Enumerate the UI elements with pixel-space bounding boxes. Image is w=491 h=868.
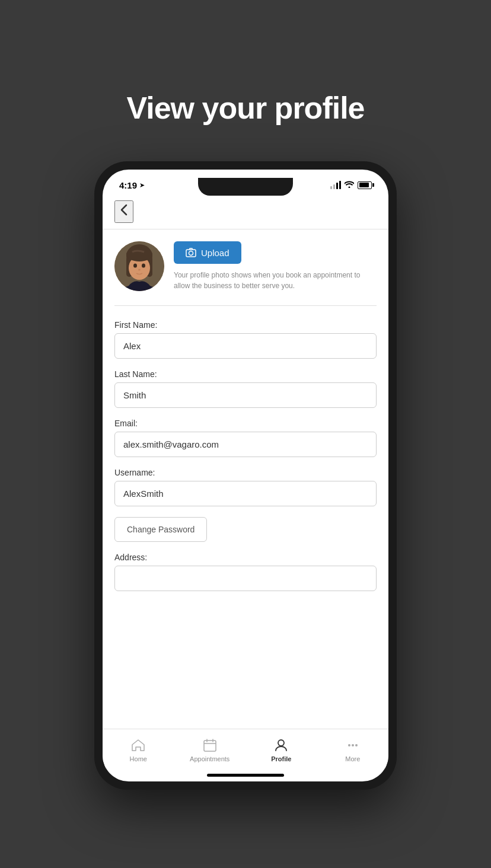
last-name-group: Last Name: [114, 369, 377, 408]
home-indicator [103, 768, 388, 781]
photo-section: Upload Your profile photo shows when you… [114, 241, 377, 306]
svg-point-8 [126, 247, 152, 261]
bottom-nav: Home Appointments [103, 729, 388, 768]
username-label: Username: [114, 468, 377, 477]
address-label: Address: [114, 553, 377, 562]
photo-right: Upload Your profile photo shows when you… [174, 241, 377, 291]
signal-icon [330, 181, 341, 189]
svg-point-12 [278, 740, 284, 746]
email-label: Email: [114, 419, 377, 428]
home-icon [130, 738, 146, 753]
calendar-icon [202, 738, 218, 753]
notch [198, 178, 293, 196]
location-arrow-icon: ➤ [139, 181, 145, 189]
nav-label-appointments: Appointments [190, 755, 229, 762]
nav-label-more: More [345, 755, 360, 762]
screen-content: Upload Your profile photo shows when you… [103, 196, 388, 781]
svg-rect-11 [204, 741, 216, 751]
more-icon [345, 738, 361, 753]
change-password-button[interactable]: Change Password [114, 517, 207, 542]
username-group: Username: [114, 468, 377, 506]
upload-button[interactable]: Upload [174, 241, 241, 264]
nav-item-more[interactable]: More [317, 735, 389, 765]
username-input[interactable] [114, 481, 377, 506]
back-button[interactable] [114, 200, 133, 223]
page-wrapper: View your profile 4:19 ➤ [0, 55, 491, 813]
wifi-icon [345, 180, 354, 190]
email-input[interactable] [114, 432, 377, 457]
photo-description: Your profile photo shows when you book a… [174, 270, 377, 291]
avatar [114, 241, 164, 291]
last-name-input[interactable] [114, 382, 377, 408]
address-group: Address: [114, 553, 377, 591]
first-name-group: First Name: [114, 320, 377, 359]
profile-icon [273, 738, 289, 753]
camera-icon [186, 247, 196, 258]
status-time: 4:19 [119, 180, 137, 190]
page-title: View your profile [126, 90, 364, 126]
nav-label-home: Home [130, 755, 147, 762]
first-name-label: First Name: [114, 320, 377, 330]
svg-point-14 [352, 744, 354, 746]
svg-point-5 [133, 264, 137, 268]
svg-point-7 [138, 269, 141, 271]
nav-item-profile[interactable]: Profile [246, 735, 317, 765]
battery-icon [358, 181, 372, 189]
nav-item-home[interactable]: Home [103, 735, 174, 765]
last-name-label: Last Name: [114, 369, 377, 379]
first-name-input[interactable] [114, 333, 377, 359]
top-bar [103, 196, 388, 229]
nav-item-appointments[interactable]: Appointments [174, 735, 246, 765]
phone-shell: 4:19 ➤ [94, 161, 397, 790]
scroll-area[interactable]: Upload Your profile photo shows when you… [103, 229, 388, 729]
status-icons [330, 180, 372, 190]
svg-point-6 [142, 264, 145, 268]
address-input[interactable] [114, 566, 377, 591]
home-bar [207, 774, 284, 777]
svg-point-10 [189, 251, 193, 256]
svg-point-15 [355, 744, 358, 746]
email-group: Email: [114, 419, 377, 457]
phone-screen: 4:19 ➤ [103, 170, 388, 781]
svg-point-13 [348, 744, 350, 746]
nav-label-profile: Profile [271, 755, 291, 762]
